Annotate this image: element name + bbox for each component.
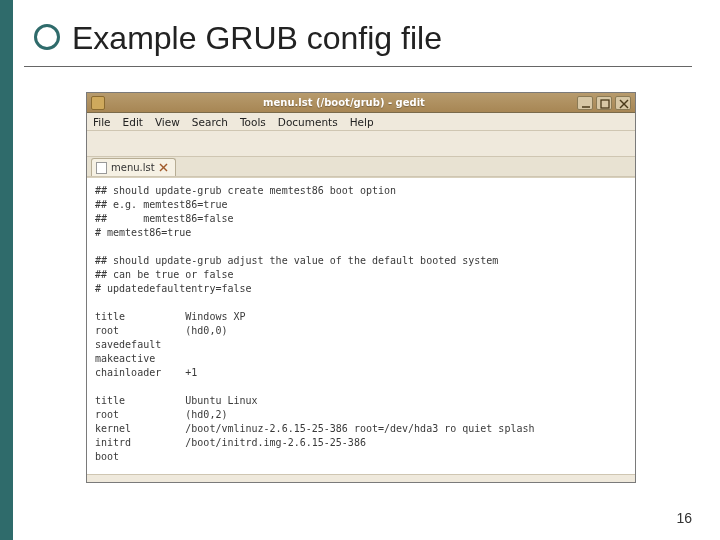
- document-icon: [96, 162, 107, 174]
- toolbar: [87, 131, 635, 157]
- menu-view[interactable]: View: [155, 116, 180, 128]
- window-title: menu.lst (/boot/grub) - gedit: [111, 97, 577, 108]
- maximize-icon: [599, 98, 611, 110]
- slide-bullet-circle: [34, 24, 60, 50]
- slide-rule: [24, 66, 692, 67]
- slide-title: Example GRUB config file: [72, 20, 442, 57]
- close-icon: [159, 163, 169, 173]
- minimize-icon: [580, 98, 592, 110]
- menubar: File Edit View Search Tools Documents He…: [87, 113, 635, 131]
- tab-row: menu.lst: [87, 157, 635, 177]
- slide-accent-bar: [0, 0, 13, 540]
- gedit-window: menu.lst (/boot/grub) - gedit File Edit …: [86, 92, 636, 483]
- menu-file[interactable]: File: [93, 116, 111, 128]
- slide-page-number: 16: [676, 510, 692, 526]
- tab-menu-lst[interactable]: menu.lst: [91, 158, 176, 176]
- menu-search[interactable]: Search: [192, 116, 228, 128]
- window-controls: [577, 96, 631, 110]
- tab-label: menu.lst: [111, 162, 155, 173]
- close-icon: [618, 98, 630, 110]
- editor-area[interactable]: ## should update-grub create memtest86 b…: [87, 177, 635, 474]
- maximize-button[interactable]: [596, 96, 612, 110]
- statusbar: [87, 474, 635, 482]
- minimize-button[interactable]: [577, 96, 593, 110]
- close-button[interactable]: [615, 96, 631, 110]
- menu-documents[interactable]: Documents: [278, 116, 338, 128]
- menu-help[interactable]: Help: [350, 116, 374, 128]
- app-icon: [91, 96, 105, 110]
- menu-tools[interactable]: Tools: [240, 116, 266, 128]
- tab-close-button[interactable]: [159, 163, 169, 173]
- menu-edit[interactable]: Edit: [123, 116, 143, 128]
- titlebar[interactable]: menu.lst (/boot/grub) - gedit: [87, 93, 635, 113]
- svg-rect-1: [601, 100, 609, 108]
